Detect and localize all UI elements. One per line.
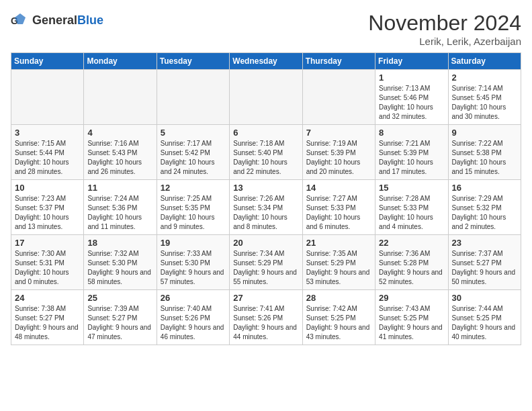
day-info: Sunrise: 7:21 AM Sunset: 5:39 PM Dayligh… bbox=[379, 139, 444, 177]
calendar-cell: 29Sunrise: 7:43 AM Sunset: 5:25 PM Dayli… bbox=[375, 290, 448, 345]
column-header-sunday: Sunday bbox=[11, 53, 84, 70]
day-info: Sunrise: 7:43 AM Sunset: 5:25 PM Dayligh… bbox=[379, 304, 444, 342]
day-number: 4 bbox=[87, 128, 152, 138]
calendar-cell: 12Sunrise: 7:25 AM Sunset: 5:35 PM Dayli… bbox=[157, 180, 229, 235]
calendar-cell: 22Sunrise: 7:36 AM Sunset: 5:28 PM Dayli… bbox=[375, 235, 448, 290]
calendar-week-row: 24Sunrise: 7:38 AM Sunset: 5:27 PM Dayli… bbox=[11, 290, 521, 345]
calendar-cell: 24Sunrise: 7:38 AM Sunset: 5:27 PM Dayli… bbox=[11, 290, 84, 345]
day-number: 27 bbox=[233, 293, 298, 303]
day-number: 25 bbox=[87, 293, 152, 303]
day-number: 24 bbox=[15, 293, 80, 303]
calendar-header-row: SundayMondayTuesdayWednesdayThursdayFrid… bbox=[11, 53, 521, 70]
calendar-cell: 5Sunrise: 7:17 AM Sunset: 5:42 PM Daylig… bbox=[157, 125, 229, 180]
day-number: 22 bbox=[379, 238, 444, 248]
calendar-cell bbox=[230, 70, 302, 125]
calendar-cell: 20Sunrise: 7:34 AM Sunset: 5:29 PM Dayli… bbox=[230, 235, 302, 290]
calendar-cell: 19Sunrise: 7:33 AM Sunset: 5:30 PM Dayli… bbox=[157, 235, 229, 290]
calendar-cell: 3Sunrise: 7:15 AM Sunset: 5:44 PM Daylig… bbox=[11, 125, 84, 180]
day-number: 7 bbox=[306, 128, 371, 138]
calendar-cell: 13Sunrise: 7:26 AM Sunset: 5:34 PM Dayli… bbox=[230, 180, 302, 235]
day-number: 12 bbox=[161, 183, 226, 193]
calendar-cell: 7Sunrise: 7:19 AM Sunset: 5:39 PM Daylig… bbox=[302, 125, 375, 180]
calendar-cell: 14Sunrise: 7:27 AM Sunset: 5:33 PM Dayli… bbox=[302, 180, 375, 235]
day-info: Sunrise: 7:38 AM Sunset: 5:27 PM Dayligh… bbox=[15, 304, 80, 342]
day-info: Sunrise: 7:22 AM Sunset: 5:38 PM Dayligh… bbox=[452, 139, 517, 177]
day-number: 16 bbox=[452, 183, 517, 193]
day-info: Sunrise: 7:33 AM Sunset: 5:30 PM Dayligh… bbox=[161, 249, 226, 287]
day-number: 28 bbox=[306, 293, 371, 303]
day-info: Sunrise: 7:29 AM Sunset: 5:32 PM Dayligh… bbox=[452, 194, 517, 232]
day-info: Sunrise: 7:27 AM Sunset: 5:33 PM Dayligh… bbox=[306, 194, 371, 232]
day-info: Sunrise: 7:37 AM Sunset: 5:27 PM Dayligh… bbox=[452, 249, 517, 287]
day-info: Sunrise: 7:28 AM Sunset: 5:33 PM Dayligh… bbox=[379, 194, 444, 232]
day-number: 11 bbox=[87, 183, 152, 193]
day-number: 5 bbox=[161, 128, 226, 138]
day-info: Sunrise: 7:15 AM Sunset: 5:44 PM Dayligh… bbox=[15, 139, 80, 177]
day-info: Sunrise: 7:25 AM Sunset: 5:35 PM Dayligh… bbox=[161, 194, 226, 232]
calendar-cell: 10Sunrise: 7:23 AM Sunset: 5:37 PM Dayli… bbox=[11, 180, 84, 235]
calendar-cell: 6Sunrise: 7:18 AM Sunset: 5:40 PM Daylig… bbox=[230, 125, 302, 180]
column-header-friday: Friday bbox=[375, 53, 448, 70]
day-number: 20 bbox=[233, 238, 298, 248]
calendar-cell: 16Sunrise: 7:29 AM Sunset: 5:32 PM Dayli… bbox=[448, 180, 521, 235]
location-title: Lerik, Lerik, Azerbaijan bbox=[368, 36, 521, 47]
calendar-cell: 11Sunrise: 7:24 AM Sunset: 5:36 PM Dayli… bbox=[84, 180, 157, 235]
day-info: Sunrise: 7:24 AM Sunset: 5:36 PM Dayligh… bbox=[87, 194, 152, 232]
day-info: Sunrise: 7:35 AM Sunset: 5:29 PM Dayligh… bbox=[306, 249, 371, 287]
calendar-week-row: 3Sunrise: 7:15 AM Sunset: 5:44 PM Daylig… bbox=[11, 125, 521, 180]
page-header: G GeneralBlue November 2024 Lerik, Lerik… bbox=[11, 11, 521, 47]
day-number: 9 bbox=[452, 128, 517, 138]
logo: G GeneralBlue bbox=[11, 11, 103, 30]
title-block: November 2024 Lerik, Lerik, Azerbaijan bbox=[368, 11, 521, 47]
calendar-cell bbox=[11, 70, 84, 125]
column-header-wednesday: Wednesday bbox=[230, 53, 302, 70]
day-number: 8 bbox=[379, 128, 444, 138]
day-number: 29 bbox=[379, 293, 444, 303]
calendar-cell: 4Sunrise: 7:16 AM Sunset: 5:43 PM Daylig… bbox=[84, 125, 157, 180]
calendar-week-row: 10Sunrise: 7:23 AM Sunset: 5:37 PM Dayli… bbox=[11, 180, 521, 235]
day-info: Sunrise: 7:40 AM Sunset: 5:26 PM Dayligh… bbox=[161, 304, 226, 342]
day-number: 6 bbox=[233, 128, 298, 138]
day-number: 15 bbox=[379, 183, 444, 193]
column-header-saturday: Saturday bbox=[448, 53, 521, 70]
day-number: 10 bbox=[15, 183, 80, 193]
day-number: 14 bbox=[306, 183, 371, 193]
day-info: Sunrise: 7:23 AM Sunset: 5:37 PM Dayligh… bbox=[15, 194, 80, 232]
day-info: Sunrise: 7:19 AM Sunset: 5:39 PM Dayligh… bbox=[306, 139, 371, 177]
day-number: 3 bbox=[15, 128, 80, 138]
day-info: Sunrise: 7:18 AM Sunset: 5:40 PM Dayligh… bbox=[233, 139, 298, 177]
day-number: 2 bbox=[452, 73, 517, 83]
day-info: Sunrise: 7:42 AM Sunset: 5:25 PM Dayligh… bbox=[306, 304, 371, 342]
day-info: Sunrise: 7:17 AM Sunset: 5:42 PM Dayligh… bbox=[161, 139, 226, 177]
calendar-cell: 18Sunrise: 7:32 AM Sunset: 5:30 PM Dayli… bbox=[84, 235, 157, 290]
calendar-cell: 27Sunrise: 7:41 AM Sunset: 5:26 PM Dayli… bbox=[230, 290, 302, 345]
calendar-cell: 17Sunrise: 7:30 AM Sunset: 5:31 PM Dayli… bbox=[11, 235, 84, 290]
calendar-cell: 1Sunrise: 7:13 AM Sunset: 5:46 PM Daylig… bbox=[375, 70, 448, 125]
calendar-cell: 9Sunrise: 7:22 AM Sunset: 5:38 PM Daylig… bbox=[448, 125, 521, 180]
logo-text-blue: Blue bbox=[77, 13, 103, 27]
column-header-monday: Monday bbox=[84, 53, 157, 70]
calendar-cell bbox=[302, 70, 375, 125]
day-number: 13 bbox=[233, 183, 298, 193]
day-number: 17 bbox=[15, 238, 80, 248]
day-info: Sunrise: 7:14 AM Sunset: 5:45 PM Dayligh… bbox=[452, 84, 517, 122]
logo-icon: G bbox=[11, 11, 30, 30]
calendar-week-row: 1Sunrise: 7:13 AM Sunset: 5:46 PM Daylig… bbox=[11, 70, 521, 125]
logo-text-general: General bbox=[32, 13, 77, 27]
calendar-cell: 2Sunrise: 7:14 AM Sunset: 5:45 PM Daylig… bbox=[448, 70, 521, 125]
day-number: 26 bbox=[161, 293, 226, 303]
month-title: November 2024 bbox=[368, 11, 521, 36]
calendar-cell: 15Sunrise: 7:28 AM Sunset: 5:33 PM Dayli… bbox=[375, 180, 448, 235]
day-number: 1 bbox=[379, 73, 444, 83]
day-info: Sunrise: 7:41 AM Sunset: 5:26 PM Dayligh… bbox=[233, 304, 298, 342]
calendar-cell: 21Sunrise: 7:35 AM Sunset: 5:29 PM Dayli… bbox=[302, 235, 375, 290]
day-info: Sunrise: 7:36 AM Sunset: 5:28 PM Dayligh… bbox=[379, 249, 444, 287]
calendar-cell bbox=[84, 70, 157, 125]
calendar-cell: 30Sunrise: 7:44 AM Sunset: 5:25 PM Dayli… bbox=[448, 290, 521, 345]
day-info: Sunrise: 7:26 AM Sunset: 5:34 PM Dayligh… bbox=[233, 194, 298, 232]
day-info: Sunrise: 7:16 AM Sunset: 5:43 PM Dayligh… bbox=[87, 139, 152, 177]
day-info: Sunrise: 7:44 AM Sunset: 5:25 PM Dayligh… bbox=[452, 304, 517, 342]
day-number: 21 bbox=[306, 238, 371, 248]
day-number: 18 bbox=[87, 238, 152, 248]
calendar-cell: 25Sunrise: 7:39 AM Sunset: 5:27 PM Dayli… bbox=[84, 290, 157, 345]
